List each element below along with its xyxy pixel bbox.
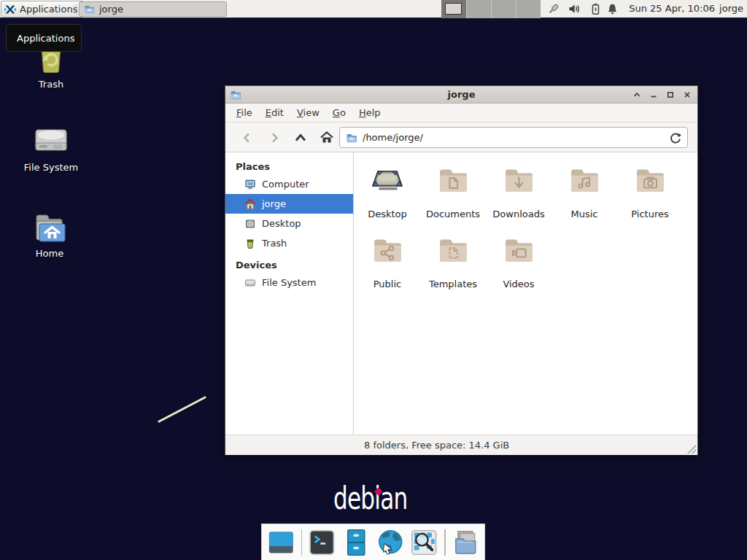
volume-tray-icon[interactable]: [568, 3, 581, 15]
file-label: Documents: [426, 209, 480, 219]
menu-edit[interactable]: Edit: [259, 105, 290, 120]
file-item-videos[interactable]: Videos: [486, 230, 551, 300]
applications-menu-button[interactable]: Applications: [1, 1, 84, 18]
statusbar: 8 folders, Free space: 14.4 GiB: [225, 435, 697, 455]
menu-go[interactable]: Go: [326, 105, 352, 120]
desktop-icon-label: Trash: [39, 79, 63, 90]
show-desktop-button[interactable]: [267, 528, 295, 557]
desktop-surface-icon: [370, 163, 405, 198]
applications-menu-label: Applications: [20, 4, 77, 15]
reload-icon[interactable]: [670, 132, 681, 144]
web-browser-button[interactable]: [376, 528, 405, 557]
applications-tooltip: Applications: [6, 24, 82, 52]
menubar: File Edit View Go Help: [225, 104, 697, 122]
file-item-public[interactable]: Public: [355, 230, 420, 300]
desktop-icon-label: Home: [36, 248, 63, 259]
hard-drive-icon: [33, 124, 69, 158]
directory-menu-button[interactable]: [452, 528, 480, 557]
location-text[interactable]: /home/jorge/: [363, 132, 665, 143]
sidebar-item-label: File System: [262, 277, 316, 288]
drawn-line-artifact: [153, 392, 212, 426]
bell-tray-icon[interactable]: [606, 3, 619, 15]
panel-clock[interactable]: Sun 25 Apr, 10:06: [629, 3, 715, 14]
workspace-switcher: [441, 0, 541, 18]
chevron-up-icon: [293, 131, 308, 144]
task-folder-icon: [84, 4, 95, 15]
file-label: Pictures: [631, 209, 668, 219]
sidebar-item-trash[interactable]: Trash: [225, 233, 353, 253]
menu-file[interactable]: File: [230, 105, 259, 120]
file-item-downloads[interactable]: Downloads: [486, 160, 551, 230]
file-label: Music: [571, 209, 598, 219]
menu-help[interactable]: Help: [352, 105, 387, 120]
desktop-icon-file-system[interactable]: File System: [15, 124, 88, 173]
videos-folder-icon: [501, 233, 536, 268]
computer-icon: [244, 179, 256, 190]
xfce-menu-icon: [4, 4, 16, 15]
back-button[interactable]: [237, 128, 258, 148]
home-folder-icon: [32, 211, 67, 244]
trash-icon: [244, 238, 256, 249]
templates-folder-icon: [436, 233, 471, 268]
desktop-icon-home[interactable]: Home: [13, 211, 86, 259]
taskbar-window-button[interactable]: jorge: [79, 1, 227, 17]
file-cabinet-button[interactable]: [342, 528, 371, 557]
home-icon: [320, 131, 334, 145]
maximize-button[interactable]: [666, 90, 675, 99]
file-item-templates[interactable]: Templates: [420, 230, 486, 300]
file-manager-window: jorge File Edit View Go Help: [225, 85, 698, 455]
location-bar[interactable]: /home/jorge/: [339, 127, 688, 148]
path-folder-icon: [346, 132, 357, 144]
sidebar-item-computer[interactable]: Computer: [225, 174, 353, 194]
terminal-button[interactable]: [308, 528, 336, 557]
sidebar-item-label: Trash: [262, 238, 287, 249]
workspace-1[interactable]: [441, 0, 466, 18]
file-label: Templates: [429, 279, 477, 289]
sidebar-item-jorge[interactable]: jorge: [225, 194, 353, 214]
desktop-icon: [244, 218, 256, 230]
titlebar[interactable]: jorge: [225, 86, 697, 104]
dock-separator: [444, 529, 446, 556]
statusbar-text: 8 folders, Free space: 14.4 GiB: [364, 440, 509, 451]
debian-logo: debian: [333, 483, 433, 516]
pictures-folder-icon: [632, 163, 667, 198]
forward-button[interactable]: [264, 128, 285, 148]
taskbar-window-label: jorge: [99, 4, 123, 15]
close-button[interactable]: [683, 90, 692, 99]
up-button[interactable]: [290, 128, 311, 148]
menu-view[interactable]: View: [290, 105, 326, 120]
app-finder-button[interactable]: [410, 528, 438, 557]
debian-wordmark: debian: [333, 483, 408, 514]
window-folder-icon: [230, 89, 241, 101]
panel-handle[interactable]: [74, 4, 77, 14]
resize-grip[interactable]: [687, 445, 696, 454]
workspace-4[interactable]: [516, 0, 541, 18]
workspace-2[interactable]: [466, 0, 491, 18]
top-panel: Applications jorge: [0, 0, 747, 18]
chevron-right-icon: [268, 131, 281, 144]
file-label: Downloads: [492, 209, 544, 219]
pen-tool-tray-icon[interactable]: [547, 3, 560, 15]
chevron-left-icon: [241, 131, 254, 144]
sidebar: Places Computer jorge: [225, 152, 354, 435]
file-item-desktop[interactable]: Desktop: [355, 160, 420, 230]
workspace-window-preview: [445, 3, 462, 15]
shade-button[interactable]: [632, 90, 641, 99]
battery-tray-icon[interactable]: [589, 3, 602, 15]
sidebar-item-file-system[interactable]: File System: [225, 273, 353, 292]
window-title: jorge: [225, 89, 697, 100]
file-item-documents[interactable]: Documents: [420, 160, 486, 230]
home-button[interactable]: [317, 128, 337, 148]
panel-user-label[interactable]: jorge: [719, 3, 743, 14]
file-view: Desktop Documents: [354, 152, 697, 435]
minimize-button[interactable]: [649, 90, 658, 99]
sidebar-item-label: Computer: [262, 179, 309, 190]
file-label: Videos: [503, 279, 534, 289]
file-item-pictures[interactable]: Pictures: [617, 160, 683, 230]
sidebar-item-desktop[interactable]: Desktop: [225, 214, 353, 233]
file-item-music[interactable]: Music: [551, 160, 617, 230]
workspace-3[interactable]: [491, 0, 516, 18]
music-folder-icon: [567, 163, 602, 198]
devices-header: Devices: [225, 257, 353, 273]
downloads-folder-icon: [501, 163, 536, 198]
